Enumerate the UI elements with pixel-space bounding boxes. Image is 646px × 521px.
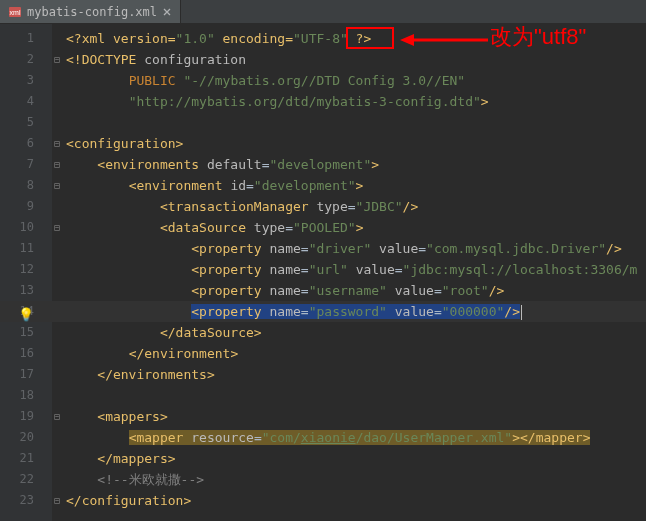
code-line[interactable]: "http://mybatis.org/dtd/mybatis-3-config… <box>52 91 646 112</box>
code-line[interactable]: ⊟<!DOCTYPE configuration <box>52 49 646 70</box>
line-number: 3 <box>0 70 52 91</box>
fold-icon[interactable]: ⊟ <box>54 490 64 511</box>
line-number: 21 <box>0 448 52 469</box>
code-line[interactable]: </environment> <box>52 343 646 364</box>
line-number: 6 <box>0 133 52 154</box>
line-number: 💡 14 <box>0 301 52 322</box>
line-number: 1 <box>0 28 52 49</box>
line-number: 11 <box>0 238 52 259</box>
code-line[interactable]: <!--米欧就撒--> <box>52 469 646 490</box>
line-number: 7 <box>0 154 52 175</box>
line-number: 23 <box>0 490 52 511</box>
fold-icon[interactable]: ⊟ <box>54 133 64 154</box>
line-number: 5 <box>0 112 52 133</box>
code-line[interactable]: <transactionManager type="JDBC"/> <box>52 196 646 217</box>
code-line[interactable]: <property name="driver" value="com.mysql… <box>52 238 646 259</box>
line-number: 18 <box>0 385 52 406</box>
fold-icon[interactable]: ⊟ <box>54 217 64 238</box>
editor-area: 1 2 3 4 5 6 7 8 9 10 11 12 13 💡 14 15 16… <box>0 24 646 521</box>
tab-label: mybatis-config.xml <box>27 5 157 19</box>
code-line[interactable]: <property name="password" value="000000"… <box>52 301 646 322</box>
code-line[interactable] <box>52 112 646 133</box>
code-line[interactable]: </mappers> <box>52 448 646 469</box>
line-number: 19 <box>0 406 52 427</box>
line-number: 17 <box>0 364 52 385</box>
code-line[interactable]: </dataSource> <box>52 322 646 343</box>
code-line[interactable]: <property name="url" value="jdbc:mysql:/… <box>52 259 646 280</box>
xml-file-icon: xml <box>8 5 22 19</box>
code-line[interactable]: PUBLIC "-//mybatis.org//DTD Config 3.0//… <box>52 70 646 91</box>
line-number: 4 <box>0 91 52 112</box>
code-line[interactable]: </environments> <box>52 364 646 385</box>
line-number: 16 <box>0 343 52 364</box>
code-line[interactable]: ⊟ <environments default="development"> <box>52 154 646 175</box>
tab-bar: xml mybatis-config.xml <box>0 0 646 24</box>
line-number: 12 <box>0 259 52 280</box>
line-number: 10 <box>0 217 52 238</box>
tab-mybatis-config[interactable]: xml mybatis-config.xml <box>0 0 181 23</box>
line-number: 15 <box>0 322 52 343</box>
line-number: 2 <box>0 49 52 70</box>
line-number: 20 <box>0 427 52 448</box>
code-line[interactable]: <property name="username" value="root"/> <box>52 280 646 301</box>
fold-icon[interactable]: ⊟ <box>54 154 64 175</box>
code-line[interactable]: ⊟ <dataSource type="POOLED"> <box>52 217 646 238</box>
code-line[interactable]: ⊟<configuration> <box>52 133 646 154</box>
code-line[interactable]: <?xml version="1.0" encoding="UTF-8" ?> <box>52 28 646 49</box>
line-number: 9 <box>0 196 52 217</box>
close-icon[interactable] <box>162 7 172 17</box>
svg-text:xml: xml <box>10 9 21 16</box>
code-line[interactable] <box>52 385 646 406</box>
fold-icon[interactable]: ⊟ <box>54 49 64 70</box>
line-number: 13 <box>0 280 52 301</box>
text-caret <box>521 305 522 320</box>
line-number: 8 <box>0 175 52 196</box>
gutter: 1 2 3 4 5 6 7 8 9 10 11 12 13 💡 14 15 16… <box>0 24 52 521</box>
code-line[interactable]: ⊟ <environment id="development"> <box>52 175 646 196</box>
code-content[interactable]: 改为"utf8" <?xml version="1.0" encoding="U… <box>52 24 646 521</box>
code-line[interactable]: ⊟ <mappers> <box>52 406 646 427</box>
code-line[interactable]: <mapper resource="com/xiaonie/dao/UserMa… <box>52 427 646 448</box>
fold-icon[interactable]: ⊟ <box>54 175 64 196</box>
fold-icon[interactable]: ⊟ <box>54 406 64 427</box>
line-number: 22 <box>0 469 52 490</box>
code-line[interactable]: ⊟</configuration> <box>52 490 646 511</box>
